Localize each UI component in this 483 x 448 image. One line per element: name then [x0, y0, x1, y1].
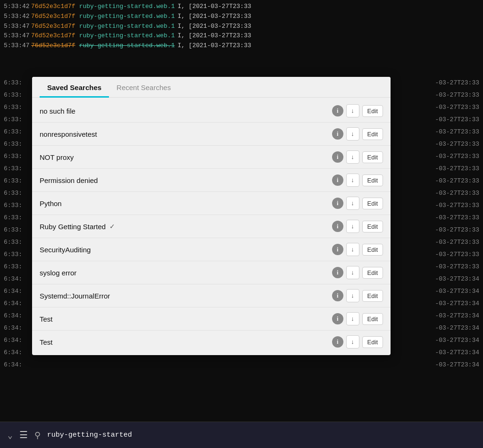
search-item-name: Python: [40, 199, 332, 207]
search-item-name: NOT proxy: [40, 153, 332, 161]
info-button[interactable]: i: [332, 313, 343, 324]
info-button[interactable]: i: [332, 128, 343, 140]
terminal-line: 5:33:42 76d52e3c1d7f ruby-getting-starte…: [0, 2, 483, 12]
item-actions: i↓Edit: [332, 266, 383, 279]
edit-button[interactable]: Edit: [362, 290, 383, 302]
search-item-name: syslog error: [40, 269, 332, 277]
item-actions: i↓Edit: [332, 104, 383, 117]
info-button[interactable]: i: [332, 221, 343, 232]
info-button[interactable]: i: [332, 244, 343, 255]
download-button[interactable]: ↓: [346, 289, 359, 302]
download-button[interactable]: ↓: [346, 127, 359, 141]
terminal-line: 5:33:47 76d52e3c1d7f ruby-getting-starte…: [0, 41, 483, 51]
list-item[interactable]: Systemd::JournalErrori↓Edit: [32, 284, 391, 307]
download-button[interactable]: ↓: [346, 220, 359, 233]
item-actions: i↓Edit: [332, 243, 383, 256]
info-button[interactable]: i: [332, 105, 343, 116]
download-button[interactable]: ↓: [346, 335, 359, 348]
edit-button[interactable]: Edit: [362, 198, 383, 209]
hamburger-icon[interactable]: ☰: [19, 429, 28, 441]
item-actions: i↓Edit: [332, 220, 383, 233]
search-item-name: nonresponsivetest: [40, 130, 332, 138]
download-button[interactable]: ↓: [346, 243, 359, 256]
list-item[interactable]: Ruby Getting Started✓i↓Edit: [32, 215, 391, 238]
edit-button[interactable]: Edit: [362, 128, 383, 140]
download-button[interactable]: ↓: [346, 150, 359, 164]
tab-recent-searches[interactable]: Recent Searches: [109, 77, 178, 98]
item-actions: i↓Edit: [332, 174, 383, 187]
saved-searches-dropdown: Saved Searches Recent Searches no such f…: [32, 77, 391, 355]
edit-button[interactable]: Edit: [362, 221, 383, 232]
download-button[interactable]: ↓: [346, 312, 359, 325]
search-item-name: no such file: [40, 107, 332, 115]
terminal-line: 5:33:42 76d52e3c1d7f ruby-getting-starte…: [0, 12, 483, 22]
info-button[interactable]: i: [332, 290, 343, 301]
list-item[interactable]: no such filei↓Edit: [32, 100, 391, 123]
search-item-name: Systemd::JournalError: [40, 292, 332, 300]
terminal-line: 5:33:47 76d52e3c1d7f ruby-getting-starte…: [0, 22, 483, 32]
active-checkmark-icon: ✓: [109, 223, 115, 230]
info-button[interactable]: i: [332, 151, 343, 163]
edit-button[interactable]: Edit: [362, 105, 383, 117]
info-button[interactable]: i: [332, 174, 343, 186]
edit-button[interactable]: Edit: [362, 151, 383, 163]
tab-saved-searches[interactable]: Saved Searches: [40, 77, 109, 98]
download-button[interactable]: ↓: [346, 104, 359, 117]
download-button[interactable]: ↓: [346, 197, 359, 210]
search-item-name: Ruby Getting Started✓: [40, 223, 332, 231]
tabs-container: Saved Searches Recent Searches: [32, 77, 391, 98]
edit-button[interactable]: Edit: [362, 244, 383, 256]
item-actions: i↓Edit: [332, 335, 383, 348]
edit-button[interactable]: Edit: [362, 267, 383, 279]
item-actions: i↓Edit: [332, 127, 383, 141]
list-item[interactable]: Testi↓Edit: [32, 331, 391, 353]
search-item-name: Test: [40, 338, 332, 346]
info-button[interactable]: i: [332, 336, 343, 348]
list-item[interactable]: SecurityAuditingi↓Edit: [32, 238, 391, 261]
edit-button[interactable]: Edit: [362, 336, 383, 348]
list-item[interactable]: Permission deniedi↓Edit: [32, 169, 391, 192]
terminal-line: 5:33:47 76d52e3c1d7f ruby-getting-starte…: [0, 31, 483, 41]
search-input[interactable]: [47, 431, 475, 439]
search-item-name: SecurityAuditing: [40, 246, 332, 254]
item-actions: i↓Edit: [332, 197, 383, 210]
list-item[interactable]: NOT proxyi↓Edit: [32, 146, 391, 169]
search-item-name: Test: [40, 315, 332, 323]
bottom-bar: ⌄ ☰ ⚲: [0, 422, 483, 448]
chevron-down-icon[interactable]: ⌄: [8, 430, 13, 440]
list-item[interactable]: Testi↓Edit: [32, 307, 391, 331]
edit-button[interactable]: Edit: [362, 174, 383, 186]
item-actions: i↓Edit: [332, 312, 383, 325]
download-button[interactable]: ↓: [346, 266, 359, 279]
list-item[interactable]: syslog errori↓Edit: [32, 261, 391, 284]
item-actions: i↓Edit: [332, 150, 383, 164]
list-item[interactable]: Pythoni↓Edit: [32, 192, 391, 215]
list-item[interactable]: nonresponsivetesti↓Edit: [32, 123, 391, 146]
edit-button[interactable]: Edit: [362, 313, 383, 325]
search-item-name: Permission denied: [40, 176, 332, 184]
info-button[interactable]: i: [332, 198, 343, 209]
download-button[interactable]: ↓: [346, 174, 359, 187]
item-actions: i↓Edit: [332, 289, 383, 302]
search-icon: ⚲: [34, 430, 41, 440]
info-button[interactable]: i: [332, 267, 343, 278]
search-list: no such filei↓Editnonresponsivetesti↓Edi…: [32, 98, 391, 355]
